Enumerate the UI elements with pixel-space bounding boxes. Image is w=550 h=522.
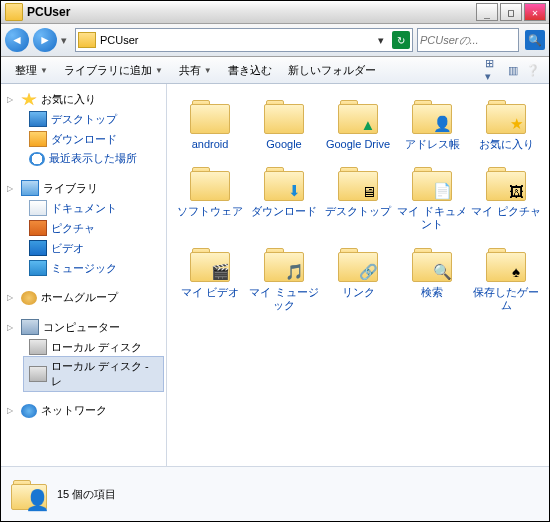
overlay-icon: ⬇ [284,181,304,201]
item-label: ダウンロード [51,132,117,147]
address-bar[interactable]: PCUser ▾ ↻ [75,28,413,52]
add-to-library-menu[interactable]: ライブラリに追加▼ [58,61,169,80]
folder-icon: 👤 [9,476,49,512]
computer-icon [21,319,39,335]
folder-item[interactable]: ♠保存したゲーム [471,240,541,316]
folder-icon [262,96,306,136]
item-label: お気に入り [479,138,534,151]
item-label: Google [266,138,301,151]
folder-item[interactable]: Google [249,92,319,155]
item-label: android [192,138,229,151]
folder-item[interactable]: ソフトウェア [175,159,245,235]
sidebar-item[interactable]: ビデオ [1,238,166,258]
item-label: マイ ビデオ [181,286,239,299]
folder-icon [188,96,232,136]
overlay-icon: ▲ [358,114,378,134]
computer-group[interactable]: ▷コンピューター [1,317,166,337]
folder-item[interactable]: 🖥デスクトップ [323,159,393,235]
burn-button[interactable]: 書き込む [222,61,278,80]
overlay-icon: 📄 [432,181,452,201]
item-icon [29,366,47,382]
address-dropdown[interactable]: ▾ [374,34,388,47]
folder-icon [5,3,23,21]
new-folder-button[interactable]: 新しいフォルダー [282,61,382,80]
folder-item[interactable]: 📄マイ ドキュメント [397,159,467,235]
maximize-button[interactable]: □ [500,3,522,21]
minimize-button[interactable]: _ [476,3,498,21]
item-label: リンク [342,286,375,299]
sidebar-item[interactable]: デスクトップ [1,109,166,129]
homegroup-icon [21,291,37,305]
sidebar-item[interactable]: ローカル ディスク - レ [23,356,164,392]
overlay-icon: 🔗 [358,262,378,282]
folder-item[interactable]: 🎬マイ ビデオ [175,240,245,316]
item-icon [29,339,47,355]
overlay-icon: 🔍 [432,262,452,282]
search-button[interactable]: 🔍 [525,30,545,50]
sidebar-item[interactable]: ダウンロード [1,129,166,149]
item-label: マイ ミュージック [249,286,319,312]
libraries-group[interactable]: ▷ライブラリ [1,178,166,198]
folder-item[interactable]: 🖼マイ ピクチャ [471,159,541,235]
forward-button[interactable]: ► [33,28,57,52]
item-label: ミュージック [51,261,117,276]
refresh-button[interactable]: ↻ [392,31,410,49]
item-icon [29,260,47,276]
item-label: ビデオ [51,241,84,256]
status-bar: 👤 15 個の項目 [1,466,549,521]
item-label: ピクチャ [51,221,95,236]
search-input[interactable]: PCUserの... [417,28,519,52]
folder-item[interactable]: 🎵マイ ミュージック [249,240,319,316]
item-label: 最近表示した場所 [49,151,137,166]
share-menu[interactable]: 共有▼ [173,61,218,80]
folder-item[interactable]: android [175,92,245,155]
folder-item[interactable]: 🔗リンク [323,240,393,316]
back-button[interactable]: ◄ [5,28,29,52]
item-label: ソフトウェア [177,205,243,218]
folder-item[interactable]: ▲Google Drive [323,92,393,155]
toolbar: 整理▼ ライブラリに追加▼ 共有▼ 書き込む 新しいフォルダー ⊞ ▾ ▥ ❔ [1,57,549,84]
item-label: ダウンロード [251,205,317,218]
network-group[interactable]: ▷ネットワーク [1,401,166,420]
item-icon [29,240,47,256]
status-text: 15 個の項目 [57,487,116,502]
folder-icon [188,163,232,203]
folder-item[interactable]: ★お気に入り [471,92,541,155]
item-label: ドキュメント [51,201,117,216]
close-button[interactable]: ✕ [524,3,546,21]
help-button[interactable]: ❔ [525,62,541,78]
item-icon [29,200,47,216]
titlebar: PCUser _ □ ✕ [1,1,549,24]
favorites-group[interactable]: ▷お気に入り [1,90,166,109]
folder-item[interactable]: 👤アドレス帳 [397,92,467,155]
overlay-icon: 🖥 [358,181,378,201]
preview-pane-button[interactable]: ▥ [505,62,521,78]
view-menu[interactable]: ⊞ ▾ [485,62,501,78]
address-text: PCUser [100,34,370,46]
sidebar-item[interactable]: 最近表示した場所 [1,149,166,168]
organize-menu[interactable]: 整理▼ [9,61,54,80]
item-label: ローカル ディスク [51,340,142,355]
content-pane[interactable]: androidGoogle▲Google Drive👤アドレス帳★お気に入りソフ… [167,84,549,466]
folder-item[interactable]: ⬇ダウンロード [249,159,319,235]
nav-sidebar: ▷お気に入り デスクトップダウンロード最近表示した場所 ▷ライブラリ ドキュメン… [1,84,167,466]
item-icon [29,220,47,236]
overlay-icon: 👤 [432,114,452,134]
item-label: 保存したゲーム [471,286,541,312]
homegroup-group[interactable]: ▷ホームグループ [1,288,166,307]
folder-item[interactable]: 🔍検索 [397,240,467,316]
item-label: ローカル ディスク - レ [51,359,157,389]
network-icon [21,404,37,418]
sidebar-item[interactable]: ドキュメント [1,198,166,218]
overlay-icon: 🎵 [284,262,304,282]
sidebar-item[interactable]: ローカル ディスク [1,337,166,357]
library-icon [21,180,39,196]
search-placeholder: PCUserの... [420,33,516,48]
overlay-icon: ♠ [506,262,526,282]
item-label: アドレス帳 [405,138,460,151]
sidebar-item[interactable]: ピクチャ [1,218,166,238]
sidebar-item[interactable]: ミュージック [1,258,166,278]
item-label: 検索 [421,286,443,299]
folder-icon [78,32,96,48]
history-dropdown[interactable]: ▾ [61,30,71,50]
